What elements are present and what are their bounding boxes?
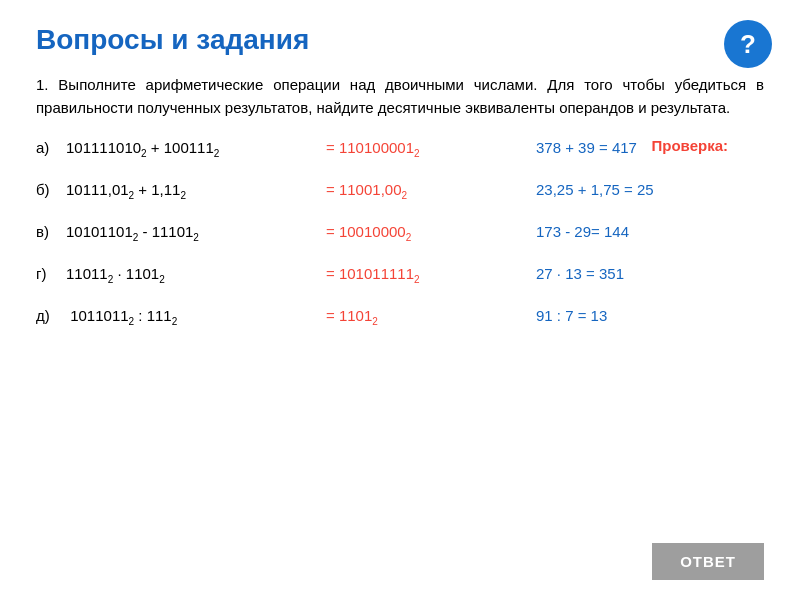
problem-result-a: = 1101000012 (326, 137, 536, 161)
answer-button[interactable]: ОТВЕТ (652, 543, 764, 580)
table-row: д) 10110112 : 1112 = 11012 91 : 7 = 13 (36, 305, 764, 329)
problem-result-d: = 1010111112 (326, 263, 536, 287)
problem-expr-a: 1011110102 + 1001112 (66, 137, 326, 161)
problem-expr-d: 110112 · 11012 (66, 263, 326, 287)
problem-expr-c: 101011012 - 111012 (66, 221, 326, 245)
table-row: г) 110112 · 11012 = 1010111112 27 · 13 =… (36, 263, 764, 287)
problem-result-b: = 11001,002 (326, 179, 536, 203)
problem-check-a: 378 + 39 = 417 (536, 137, 637, 158)
page-title: Вопросы и задания (36, 24, 764, 56)
problem-label-b: б) (36, 179, 66, 200)
problem-check-d: 27 · 13 = 351 (536, 263, 624, 284)
problem-result-e: = 11012 (326, 305, 536, 329)
problem-label-e: д) (36, 305, 66, 326)
help-icon[interactable]: ? (724, 20, 772, 68)
table-row: б) 10111,012 + 1,112 = 11001,002 23,25 +… (36, 179, 764, 203)
problem-check-b: 23,25 + 1,75 = 25 (536, 179, 654, 200)
problem-check-c: 173 - 29= 144 (536, 221, 629, 242)
problem-result-c: = 100100002 (326, 221, 536, 245)
problem-label-d: г) (36, 263, 66, 284)
intro-text: 1. Выполните арифметические операции над… (36, 74, 764, 119)
page: ? Вопросы и задания 1. Выполните арифмет… (0, 0, 800, 600)
problem-check-e: 91 : 7 = 13 (536, 305, 607, 326)
problem-label-a: а) (36, 137, 66, 158)
table-row: в) 101011012 - 111012 = 100100002 173 - … (36, 221, 764, 245)
problem-expr-e: 10110112 : 1112 (66, 305, 326, 329)
check-label: Проверка: (652, 137, 728, 154)
problem-expr-b: 10111,012 + 1,112 (66, 179, 326, 203)
problem-label-c: в) (36, 221, 66, 242)
help-icon-label: ? (740, 29, 756, 60)
problems-area: Проверка: а) 1011110102 + 1001112 = 1101… (36, 137, 764, 329)
